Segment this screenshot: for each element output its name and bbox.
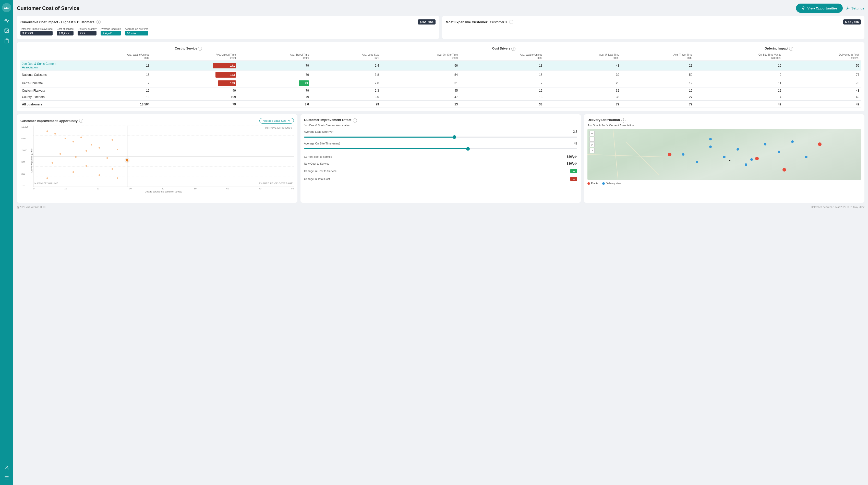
customer-name-cell[interactable]: County Exteriors <box>21 94 66 101</box>
travel-time-cell: 79 <box>238 71 310 79</box>
scatter-plot: IMPROVE EFFICIENCY MAXIMIZE VOLUME ENSUR… <box>33 126 294 187</box>
customer-name-cell[interactable]: National Caissons <box>21 71 66 79</box>
scatter-dot <box>98 174 100 176</box>
wait-unload-cell: 12 <box>66 88 151 94</box>
cost-drivers-info-icon[interactable]: i <box>512 47 516 51</box>
totals-divider1 <box>310 100 313 108</box>
lightbulb-icon <box>801 6 805 10</box>
improve-label: IMPROVE EFFICIENCY <box>265 127 292 129</box>
grid-lines <box>33 126 294 187</box>
divider-cell2 <box>694 88 697 94</box>
new-cost-row: New Cost to Service $86/yd³ <box>304 160 578 167</box>
scatter-title: Customer Improvement Opportunity <box>21 119 78 123</box>
totals-unload-time2: 79 <box>544 100 621 108</box>
most-expensive-title: Most Expensive Customer: Customer X i <box>446 20 513 24</box>
peak_pct-cell: 43 <box>783 88 861 94</box>
customer-col-header <box>21 46 66 52</box>
metric-load-size: Average load size 2.4 yd³ <box>101 28 121 35</box>
divider1 <box>310 46 313 52</box>
map-controls[interactable]: + − ⌂ › <box>589 131 595 153</box>
delivery-dot <box>723 156 725 158</box>
zoom-out-button[interactable]: − <box>589 136 595 142</box>
sidebar-item-activity[interactable] <box>3 17 11 25</box>
totals-onsite-var: 49 <box>697 100 783 108</box>
avg-wait-unload-header: Avg. Wait to Unload(min) <box>66 52 151 61</box>
customer-name-cell[interactable]: Ken's Concrete <box>21 79 66 88</box>
divider-cell <box>310 94 313 101</box>
divider-cell2 <box>694 94 697 101</box>
svg-line-10 <box>587 155 664 157</box>
most-expensive-badge: $ 62 , 656 <box>843 20 861 25</box>
onsite_var-cell: 9 <box>697 71 783 79</box>
cumulative-info-icon[interactable]: i <box>96 20 101 24</box>
plants-legend: Plants <box>587 182 598 185</box>
load-size-control: Average Load Size (yd³) 3.7 <box>304 130 578 138</box>
wait_unload2-cell: 7 <box>459 79 544 88</box>
customer-name-cell[interactable]: Jon Doe & Son's Cement Association <box>21 61 66 71</box>
view-opportunities-button[interactable]: View Opportunities <box>796 4 842 13</box>
onsite-slider-track[interactable] <box>304 148 578 149</box>
scatter-dot <box>106 157 108 159</box>
sidebar-item-user[interactable] <box>3 463 11 472</box>
plant-dot <box>782 168 786 171</box>
cost-service-info-icon[interactable]: i <box>198 47 202 51</box>
onsite_time-cell: 31 <box>381 79 460 88</box>
onsite-control: Average On-Site Time (mins) 48 <box>304 142 578 149</box>
data-table-panel: Cost to Service i Cost Drivers i Orderin… <box>17 42 864 111</box>
table-footer: All customers 13,564 79 3.0 79 13 33 79 … <box>21 100 861 108</box>
unload_time2-cell: 33 <box>544 94 621 101</box>
scatter-dot <box>46 130 48 132</box>
totals-onsite: 13 <box>381 100 460 108</box>
settings-button[interactable]: Settings <box>846 6 864 10</box>
customer-name-cell[interactable]: Custom Flatworx <box>21 88 66 94</box>
scatter-info-icon[interactable]: i <box>79 119 83 123</box>
svg-point-9 <box>847 8 848 9</box>
unload-time-cell: 171 <box>151 61 238 71</box>
load-size-slider-track[interactable] <box>304 136 578 138</box>
table-row: Custom Flatworx1249792.3451232191243 <box>21 88 861 94</box>
scatter-dot <box>65 138 66 139</box>
divider-cell <box>310 61 313 71</box>
svg-point-3 <box>6 30 6 30</box>
maximize-label: MAXIMIZE VOLUME <box>34 182 58 185</box>
sidebar-item-image[interactable] <box>3 27 11 35</box>
zoom-in-button[interactable]: + <box>589 131 595 136</box>
plant-dot <box>818 142 822 146</box>
pan-button[interactable]: › <box>589 148 595 153</box>
main-content: Customer Cost of Service View Opportunit… <box>13 0 868 485</box>
home-button[interactable]: ⌂ <box>589 142 595 147</box>
wait-unload-cell: 13 <box>66 94 151 101</box>
scatter-dot <box>86 150 87 152</box>
most-expensive-info-icon[interactable]: i <box>509 20 513 24</box>
x-axis-label: Cost to service this customer ($/yd3) <box>33 190 294 193</box>
load_size-cell: 2.3 <box>313 88 381 94</box>
peak_pct-cell: 78 <box>783 79 861 88</box>
scatter-dot <box>54 133 56 134</box>
cost-table: Cost to Service i Cost Drivers i Orderin… <box>21 46 861 108</box>
map-roads <box>587 129 861 180</box>
load-size-dropdown[interactable]: Average Load Size <box>259 118 294 124</box>
scatter-dot <box>72 171 74 173</box>
divider-cell <box>310 88 313 94</box>
delivery-info-icon[interactable]: i <box>621 119 625 123</box>
scatter-dot <box>60 153 61 155</box>
avg-unload-time-header: Avg. Unload Time(min) <box>151 52 238 61</box>
x-ticks: 01020304050607080 <box>33 187 294 190</box>
scatter-dot <box>112 168 113 170</box>
travel_time2-cell: 19 <box>621 88 694 94</box>
load-size-slider-thumb[interactable] <box>453 135 456 139</box>
ensure-label: ENSURE PRICE COVERAGE <box>259 182 293 185</box>
change-total-badge: -- <box>570 176 577 181</box>
onsite-var-header: On-Site Time Var. toPlan (min) <box>697 52 783 61</box>
delivery-dot <box>764 143 766 146</box>
delivery-dot <box>682 153 684 156</box>
onsite-slider-thumb[interactable] <box>466 147 470 151</box>
effect-info-icon[interactable]: i <box>353 119 357 123</box>
metrics-row: Total cost impact vs average $ X,XXX Cos… <box>21 28 436 35</box>
sidebar-item-menu[interactable] <box>3 474 11 482</box>
onsite_var-cell: 4 <box>697 94 783 101</box>
ordering-impact-info-icon[interactable]: i <box>789 47 793 51</box>
totals-row: All customers 13,564 79 3.0 79 13 33 79 … <box>21 100 861 108</box>
sidebar-item-clipboard[interactable] <box>3 37 11 45</box>
app-logo[interactable]: C60 <box>2 3 11 12</box>
